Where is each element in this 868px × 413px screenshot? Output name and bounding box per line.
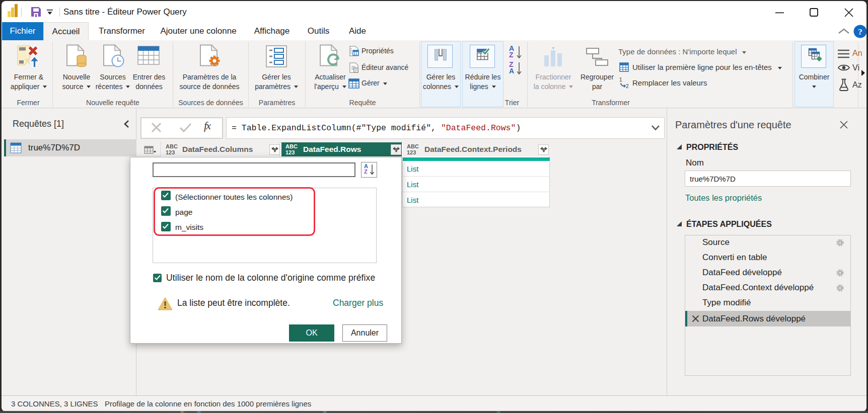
svg-text:?: ? [858,27,862,37]
svg-text:1: 1 [619,77,622,82]
svg-text:2: 2 [626,84,629,89]
